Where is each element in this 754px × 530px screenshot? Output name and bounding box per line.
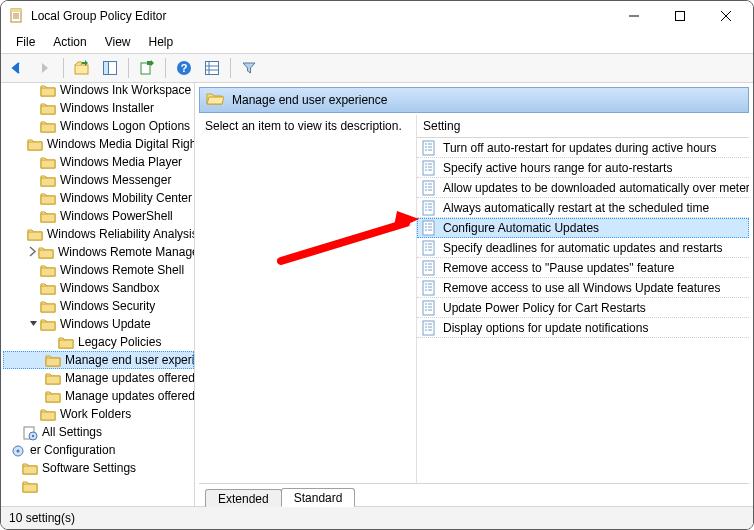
tree-item-label: Windows Media Digital Rights <box>47 137 195 151</box>
maximize-button[interactable] <box>657 1 703 31</box>
chevron-down-icon[interactable] <box>27 318 40 331</box>
tree-item[interactable]: Legacy Policies <box>3 333 194 351</box>
tree-item-label: Windows Logon Options <box>60 119 190 133</box>
folder-icon <box>45 353 61 367</box>
settings-icon <box>22 425 38 439</box>
back-icon[interactable] <box>4 55 30 81</box>
help-icon[interactable]: ? <box>171 55 197 81</box>
folder-icon <box>40 209 56 223</box>
tree-item[interactable]: All Settings <box>3 423 194 441</box>
tree-item[interactable]: er Configuration <box>1 441 194 459</box>
setting-row[interactable]: Turn off auto-restart for updates during… <box>417 138 749 158</box>
tree-item[interactable]: Manage updates offered <box>3 387 194 405</box>
policy-icon <box>421 180 437 196</box>
view-tabs: ExtendedStandard <box>199 483 749 506</box>
minimize-button[interactable] <box>611 1 657 31</box>
toolbar: ? <box>1 53 753 83</box>
svg-rect-26 <box>41 214 55 222</box>
setting-label: Configure Automatic Updates <box>443 221 599 235</box>
tree-item-label: Windows Ink Workspace <box>60 83 191 97</box>
tree-item[interactable]: Windows Update <box>3 315 194 333</box>
setting-row[interactable]: Display options for update notifications <box>417 318 749 338</box>
svg-point-42 <box>17 450 20 453</box>
setting-row[interactable]: Remove access to "Pause updates" feature <box>417 258 749 278</box>
setting-label: Specify active hours range for auto-rest… <box>443 161 672 175</box>
tab-standard[interactable]: Standard <box>281 488 356 507</box>
menu-help[interactable]: Help <box>140 33 183 51</box>
tree-item[interactable]: Manage updates offered <box>3 369 194 387</box>
tree-item-label: Windows Installer <box>60 101 154 115</box>
svg-rect-30 <box>41 286 55 294</box>
tree-item-label: Windows Messenger <box>60 173 171 187</box>
svg-rect-32 <box>41 322 55 330</box>
tree-item[interactable] <box>3 477 194 495</box>
tree-item[interactable]: Windows PowerShell <box>3 207 194 225</box>
policy-icon <box>421 200 437 216</box>
up-icon[interactable] <box>69 55 95 81</box>
setting-row[interactable]: Remove access to use all Windows Update … <box>417 278 749 298</box>
tree-item-label: Manage updates offered <box>65 371 195 385</box>
settings-list[interactable]: Turn off auto-restart for updates during… <box>417 138 749 483</box>
open-folder-icon <box>206 91 224 109</box>
tree-item[interactable]: Windows Ink Workspace <box>3 83 194 99</box>
chevron-right-icon[interactable] <box>27 246 38 259</box>
setting-row[interactable]: Update Power Policy for Cart Restarts <box>417 298 749 318</box>
folder-icon <box>40 281 56 295</box>
tree-item[interactable]: Manage end user experience <box>3 351 194 369</box>
svg-rect-19 <box>41 88 55 96</box>
setting-row[interactable]: Allow updates to be downloaded automatic… <box>417 178 749 198</box>
svg-rect-34 <box>46 358 60 366</box>
tree-item[interactable]: Windows Remote Management <box>3 243 194 261</box>
tree-item[interactable]: Windows Installer <box>3 99 194 117</box>
titlebar: Local Group Policy Editor <box>1 1 753 31</box>
svg-rect-80 <box>423 241 434 255</box>
setting-row[interactable]: Specify deadlines for automatic updates … <box>417 238 749 258</box>
tree-item[interactable]: Windows Media Digital Rights <box>3 135 194 153</box>
svg-rect-21 <box>41 124 55 132</box>
svg-rect-33 <box>59 340 73 348</box>
tree-item-label: Manage end user experience <box>65 353 195 367</box>
folder-icon <box>40 317 56 331</box>
tree-item[interactable]: Windows Mobility Center <box>3 189 194 207</box>
folder-header: Manage end user experience <box>199 87 749 113</box>
svg-rect-66 <box>423 201 434 215</box>
export-icon[interactable] <box>134 55 160 81</box>
tree-item-label: er Configuration <box>30 443 115 457</box>
folder-icon <box>40 263 56 277</box>
tree-item-label: Windows Mobility Center <box>60 191 192 205</box>
list-column-header[interactable]: Setting <box>417 115 749 138</box>
tree-item[interactable]: Windows Messenger <box>3 171 194 189</box>
tab-extended[interactable]: Extended <box>205 489 282 507</box>
statusbar: 10 setting(s) <box>1 506 753 529</box>
menu-file[interactable]: File <box>7 33 44 51</box>
tree-item[interactable]: Windows Remote Shell <box>3 261 194 279</box>
svg-point-40 <box>32 435 34 437</box>
tree-item[interactable]: Windows Logon Options <box>3 117 194 135</box>
menubar: FileActionViewHelp <box>1 31 753 53</box>
setting-row[interactable]: Always automatically restart at the sche… <box>417 198 749 218</box>
menu-action[interactable]: Action <box>44 33 95 51</box>
nav-tree[interactable]: Windows Ink WorkspaceWindows InstallerWi… <box>1 83 195 506</box>
window-title: Local Group Policy Editor <box>31 9 611 23</box>
show-hide-tree-icon[interactable] <box>97 55 123 81</box>
tree-item[interactable]: Software Settings <box>3 459 194 477</box>
app-icon <box>9 8 25 24</box>
properties-icon[interactable] <box>199 55 225 81</box>
tree-item[interactable]: Work Folders <box>3 405 194 423</box>
tree-item[interactable]: Windows Security <box>3 297 194 315</box>
folder-header-text: Manage end user experience <box>232 93 387 107</box>
folder-icon <box>38 245 54 259</box>
folder-icon <box>40 155 56 169</box>
svg-text:?: ? <box>181 62 188 74</box>
tree-item[interactable]: Windows Sandbox <box>3 279 194 297</box>
setting-row[interactable]: Specify active hours range for auto-rest… <box>417 158 749 178</box>
svg-rect-101 <box>423 301 434 315</box>
svg-rect-31 <box>41 304 55 312</box>
filter-icon[interactable] <box>236 55 262 81</box>
close-button[interactable] <box>703 1 749 31</box>
policy-icon <box>421 140 437 156</box>
setting-row[interactable]: Configure Automatic Updates <box>417 218 749 238</box>
menu-view[interactable]: View <box>96 33 140 51</box>
tree-item[interactable]: Windows Media Player <box>3 153 194 171</box>
tree-item[interactable]: Windows Reliability Analysis <box>3 225 194 243</box>
